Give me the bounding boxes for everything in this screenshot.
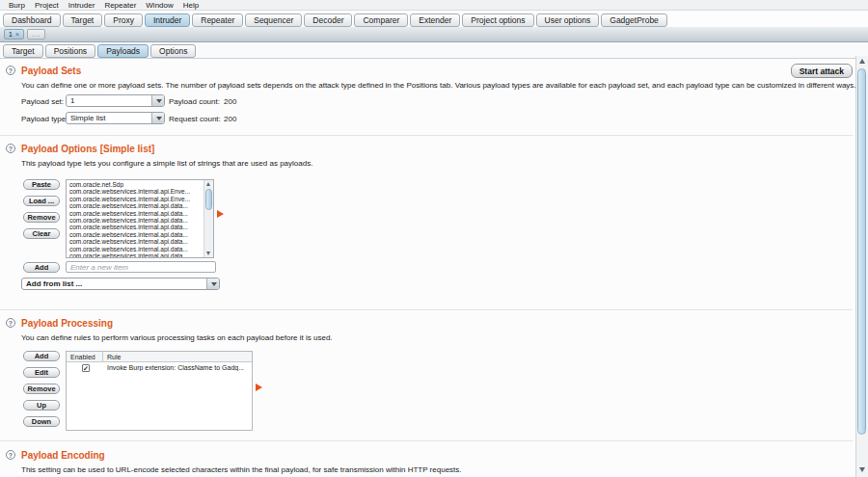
rule-up-button[interactable]: Up [23,400,60,411]
payload-set-value: 1 [67,95,164,106]
payload-options-heading: Payload Options [Simple list] [21,144,154,154]
main-tab-target[interactable]: Target [63,13,103,27]
chevron-down-icon [151,113,164,123]
section-divider [0,309,853,310]
payload-set-dropdown[interactable]: 1 [66,94,165,107]
payload-count-value: 200 [224,97,236,106]
attack-tab-more[interactable]: ... [27,29,45,40]
scroll-down-icon[interactable] [204,250,213,257]
rule-remove-button[interactable]: Remove [23,384,60,394]
orange-pointer-icon [217,210,224,218]
section-divider [0,135,853,136]
paste-button[interactable]: Paste [23,179,60,190]
payload-list-scrollbar[interactable] [203,180,213,257]
menu-burp[interactable]: Burp [4,1,30,10]
sub-tab-payloads[interactable]: Payloads [97,44,149,58]
clear-button[interactable]: Clear [23,228,60,239]
help-icon[interactable]: ? [6,66,15,75]
scroll-down-icon[interactable] [857,465,867,475]
list-item[interactable]: com.oracle.webservices.internal.api.data… [67,231,203,238]
list-item[interactable]: com.oracle.webservices.internal.api.Enve… [67,196,203,202]
main-tab-intruder[interactable]: Intruder [145,13,190,27]
column-header-rule: Rule [107,352,121,362]
load-button[interactable]: Load ... [23,196,60,206]
panel-scrollbar[interactable] [855,56,868,477]
attack-tab-1[interactable]: 1× [4,29,24,40]
enabled-checkbox[interactable]: ✓ [82,364,90,372]
list-item[interactable]: com.oracle.webservices.internal.api.data [67,252,203,258]
request-count-label: Request count: [169,115,221,123]
payload-encoding-description: This setting can be used to URL-encode s… [21,465,462,474]
sub-tab-target[interactable]: Target [3,44,43,58]
payload-encoding-heading: Payload Encoding [21,450,105,461]
help-icon[interactable]: ? [6,144,15,153]
menu-bar: Burp Project Intruder Repeater Window He… [0,0,868,11]
payload-processing-heading: Payload Processing [21,318,113,329]
burp-suite-window: Burp Project Intruder Repeater Window He… [0,0,868,477]
help-icon[interactable]: ? [6,450,15,460]
main-tab-user-options[interactable]: User options [536,13,600,27]
rule-down-button[interactable]: Down [23,416,60,427]
start-attack-button[interactable]: Start attack [791,64,853,78]
scroll-up-icon[interactable] [857,57,867,66]
main-tab-decoder[interactable]: Decoder [304,13,352,27]
menu-repeater[interactable]: Repeater [99,1,141,10]
help-icon[interactable]: ? [6,318,15,328]
scrollbar-thumb[interactable] [857,68,866,435]
column-separator [102,352,103,362]
payloads-panel: Start attack ? Payload Sets You can defi… [0,59,856,477]
list-item[interactable]: com.oracle.net.Sdp [67,181,203,188]
list-item[interactable]: com.oracle.webservices.internal.api.data… [67,224,203,230]
add-from-list-value: Add from list ... [22,278,219,289]
payload-type-label: Payload type: [21,115,68,123]
list-item[interactable]: com.oracle.webservices.internal.api.data… [67,210,203,217]
sub-tab-options[interactable]: Options [150,44,196,58]
table-header: Enabled Rule [67,352,252,362]
request-count-value: 200 [224,115,236,123]
processing-rules-table: Enabled Rule ✓ Invoke Burp extension: Cl… [66,351,253,431]
add-item-button[interactable]: Add [23,262,60,273]
main-tab-project-options[interactable]: Project options [462,13,533,27]
menu-project[interactable]: Project [30,1,64,10]
new-item-input[interactable] [66,261,216,273]
rule-add-button[interactable]: Add [23,351,60,361]
add-from-list-dropdown[interactable]: Add from list ... [21,278,220,290]
main-tab-dashboard[interactable]: Dashboard [3,13,61,27]
main-tab-gadgetprobe[interactable]: GadgetProbe [601,13,667,27]
menu-window[interactable]: Window [141,1,177,10]
payload-type-dropdown[interactable]: Simple list [66,112,165,124]
main-tab-comparer[interactable]: Comparer [354,13,408,27]
orange-pointer-icon [256,384,262,391]
list-item[interactable]: com.oracle.webservices.internal.api.data… [67,217,203,224]
main-tab-extender[interactable]: Extender [410,13,460,27]
attack-tab-bar: 1× ... [0,27,868,42]
scroll-up-icon[interactable] [204,180,213,188]
rule-cell: Invoke Burp extension: ClassName to Gadg… [107,364,244,371]
list-item[interactable]: com.oracle.webservices.internal.api.data… [67,246,203,252]
payload-list[interactable]: com.oracle.net.Sdp com.oracle.webservice… [66,179,214,258]
sub-tab-positions[interactable]: Positions [45,44,96,58]
payload-count-label: Payload count: [169,97,220,106]
remove-button[interactable]: Remove [23,212,60,223]
list-item[interactable]: com.oracle.webservices.internal.api.data… [67,238,203,245]
main-tab-bar: Dashboard Target Proxy Intruder Repeater… [0,12,868,27]
list-item[interactable]: com.oracle.webservices.internal.api.data… [67,202,203,209]
payload-list-items: com.oracle.net.Sdp com.oracle.webservice… [67,181,203,257]
close-icon[interactable]: × [15,31,19,38]
payload-processing-description: You can define rules to perform various … [21,333,333,342]
main-tab-repeater[interactable]: Repeater [192,13,243,27]
menu-intruder[interactable]: Intruder [64,1,100,10]
menu-help[interactable]: Help [178,1,203,10]
main-tab-proxy[interactable]: Proxy [104,13,143,27]
intruder-sub-tab-bar: Target Positions Payloads Options [0,43,868,59]
chevron-down-icon [206,278,219,289]
rule-edit-button[interactable]: Edit [23,367,60,378]
attack-tab-1-label: 1 [9,31,13,38]
payload-sets-heading: Payload Sets [21,66,81,76]
section-divider [0,440,853,441]
table-row[interactable]: ✓ Invoke Burp extension: ClassName to Ga… [67,363,252,374]
list-item[interactable]: com.oracle.webservices.internal.api.Enve… [67,188,203,195]
main-tab-sequencer[interactable]: Sequencer [245,13,302,27]
payload-set-label: Payload set: [21,97,64,106]
scrollbar-thumb[interactable] [205,189,212,210]
